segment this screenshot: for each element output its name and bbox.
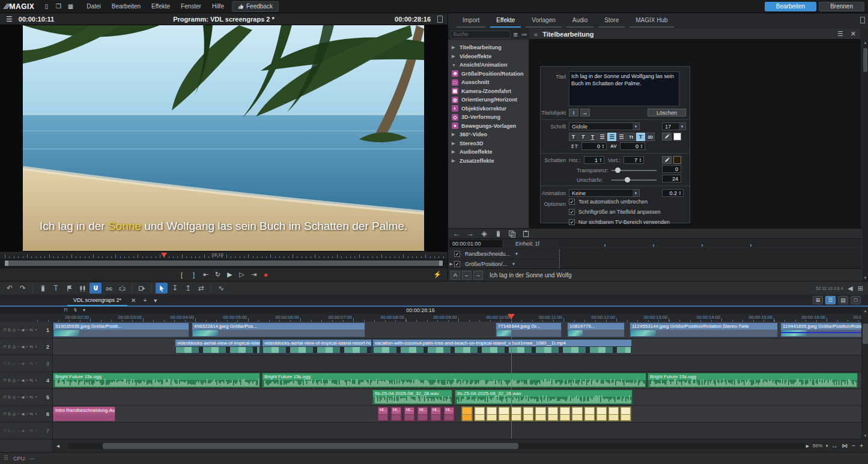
kerning-spinner[interactable]: 0▲▼ <box>620 142 645 150</box>
close-project-icon[interactable]: ✕ <box>127 297 139 304</box>
line-spacing-spinner[interactable]: 0▲▼ <box>581 142 607 150</box>
effect-item-objektivkorrektur[interactable]: ◐Objektivkorrektur <box>448 104 529 113</box>
panel-close-icon[interactable]: ✕ <box>851 30 856 38</box>
tab-vorlagen[interactable]: Vorlagen <box>526 14 561 28</box>
keyframe-row[interactable]: ✓ Randbeschneidu... ▼ <box>448 249 861 259</box>
mute-icon[interactable]: ◀ <box>21 395 24 400</box>
timeline-clip[interactable] <box>608 406 619 421</box>
timeline-clip[interactable]: Hi... <box>443 406 455 421</box>
fit-width-icon[interactable]: ↔ <box>831 442 837 449</box>
add-effect-icon[interactable]: + <box>35 378 37 382</box>
title-editor-icon[interactable]: T <box>50 283 62 294</box>
zoom-object-icon[interactable]: ⋈ <box>842 442 848 449</box>
delete-keyframe-icon[interactable] <box>492 228 504 239</box>
lock-icon[interactable]: ⊓ <box>3 378 6 383</box>
next-object-icon[interactable]: → <box>473 271 483 280</box>
open-project-icon[interactable]: ❐ <box>53 2 63 11</box>
visibility-icon[interactable]: ◎ <box>12 328 16 333</box>
search-input[interactable] <box>451 31 511 38</box>
razor-icon[interactable] <box>76 283 88 294</box>
timeline-clip[interactable]: Hi... <box>417 406 428 421</box>
play-range-icon[interactable]: ▷ <box>238 270 246 280</box>
solo-icon[interactable]: S <box>8 345 11 349</box>
replace-object-icon[interactable] <box>136 283 148 294</box>
prev-object-icon[interactable]: ← <box>462 271 472 280</box>
align-left-button[interactable]: ☰ <box>598 133 607 141</box>
feedback-button[interactable]: Feedback <box>232 1 279 12</box>
marker-icon[interactable] <box>63 283 75 294</box>
add-effect-icon[interactable]: + <box>35 412 37 416</box>
font-color-swatch[interactable] <box>673 133 681 140</box>
effect-group-audioeffekte[interactable]: ▶Audioeffekte <box>448 148 529 157</box>
tab-effekte[interactable]: Effekte <box>490 14 521 28</box>
volume-curve-icon[interactable]: ÷ <box>17 412 20 416</box>
volume-curve-icon[interactable]: ÷ <box>17 395 20 399</box>
timeline-clip[interactable]: tts-25-04-2025-08_32_28.wav <box>455 390 633 405</box>
effect-group-ansicht/animation[interactable]: ▼Ansicht/Animation <box>448 61 529 70</box>
timeline-clip[interactable]: Intro Randbeschneidung-Aus... <box>53 406 115 421</box>
pan-curve-icon[interactable]: ÷ <box>26 412 28 416</box>
effect-item-größe/position/rotation[interactable]: ⊕Größe/Position/Rotation <box>448 70 529 79</box>
track-lane-3[interactable] <box>53 355 868 372</box>
status-grid-icon[interactable]: ⠿ <box>4 454 8 462</box>
title-text-input[interactable]: Ich lag in der Sonne und Wolfgang las se… <box>569 71 679 106</box>
effect-group-360°-video[interactable]: ▶360°-Video <box>448 130 529 139</box>
keyframe-ruler[interactable] <box>559 240 861 247</box>
preview-ruler[interactable]: 28:16 <box>0 251 448 259</box>
transition-icon[interactable]: ⇆ <box>29 345 33 349</box>
transition-icon[interactable]: ⇆ <box>29 328 33 333</box>
timeline-clip[interactable] <box>596 406 607 421</box>
timeline-clip[interactable] <box>535 406 547 421</box>
lock-icon[interactable]: ⊓ <box>3 395 6 400</box>
scrubber-handle-left[interactable] <box>5 261 8 266</box>
track-lane-4[interactable]: Bright Future 15s.oggBright Future 15s.o… <box>53 372 868 388</box>
effect-item-ausschnitt[interactable]: □Ausschnitt <box>448 78 529 87</box>
timeline-clip[interactable]: videoblocks-aerial-view-of-tropical-isla… <box>175 339 261 354</box>
preview-render-icon[interactable]: ⚡ <box>433 270 442 280</box>
auto-preview-icon[interactable]: ↯ <box>73 307 77 313</box>
solo-icon[interactable]: S <box>8 328 11 332</box>
timeline-clip[interactable]: Bright Future 15s.ogg <box>262 373 646 388</box>
save-project-icon[interactable]: ▦ <box>65 2 75 11</box>
solo-icon[interactable]: S <box>8 395 11 399</box>
volume-curve-icon[interactable]: ÷ <box>17 345 20 349</box>
effect-item-kamera-/zoomfahrt[interactable]: ▣Kamera-/Zoomfahrt <box>448 87 529 96</box>
mute-icon[interactable]: ◀ <box>21 345 24 349</box>
track-options-icon[interactable]: ▾ <box>83 307 85 313</box>
effect-checkbox[interactable]: ✓ <box>454 261 460 267</box>
effect-group-stereo3d[interactable]: ▶Stereo3D <box>448 139 529 148</box>
timeline-clip[interactable] <box>547 406 559 421</box>
track-lane-5[interactable]: tts-25-04-2025-08_32_28.wavtts-25-04-202… <box>53 389 868 405</box>
mouse-mode-icon[interactable] <box>156 283 168 294</box>
project-dropdown-icon[interactable]: ▾ <box>150 297 160 304</box>
underline-button[interactable]: T <box>588 133 597 141</box>
timeline-clip[interactable]: vacation-with-coconut-palm-tree-and-beac… <box>372 339 632 354</box>
preview-scrubber[interactable] <box>0 259 448 268</box>
align-right-button[interactable]: ☰ <box>617 133 626 141</box>
visibility-icon[interactable]: ◎ <box>12 395 16 400</box>
visibility-icon[interactable]: ◎ <box>12 412 16 417</box>
add-effect-icon[interactable]: + <box>35 395 37 399</box>
delete-title-button[interactable]: Löschen <box>648 109 686 116</box>
option-checkbox[interactable]: ✓ <box>569 199 575 205</box>
timeline-clip[interactable] <box>461 406 473 421</box>
pan-curve-icon[interactable]: ÷ <box>26 328 28 332</box>
effect-checkbox[interactable]: ✓ <box>454 251 460 257</box>
undo-icon[interactable]: ↶ <box>4 283 16 294</box>
timeline-clip[interactable] <box>571 406 583 421</box>
font-size-select[interactable]: 17▼ <box>662 122 686 130</box>
timeline-clip[interactable] <box>511 406 522 421</box>
mute-icon[interactable]: ◀ <box>21 328 24 333</box>
paste-keyframe-icon[interactable] <box>520 228 532 239</box>
mode-bearbeiten-button[interactable]: Bearbeiten <box>765 2 816 11</box>
curve-mode-icon[interactable]: ∿ <box>215 283 227 294</box>
mixer-icon[interactable]: ⊞ <box>858 285 863 292</box>
shadow-color-picker-button[interactable] <box>662 156 672 164</box>
mouse-mode-single-icon[interactable]: ↧ <box>169 283 181 294</box>
mode-brennen-button[interactable]: Brennen <box>819 2 864 11</box>
track-lane-6[interactable]: Intro Randbeschneidung-Aus...Hi...Hi...H… <box>53 406 868 422</box>
visibility-icon[interactable]: ◎ <box>12 345 16 349</box>
delete-icon[interactable] <box>37 283 49 294</box>
lock-icon[interactable]: ⊓ <box>3 412 6 417</box>
jump-start-icon[interactable]: ⇤ <box>202 270 210 280</box>
